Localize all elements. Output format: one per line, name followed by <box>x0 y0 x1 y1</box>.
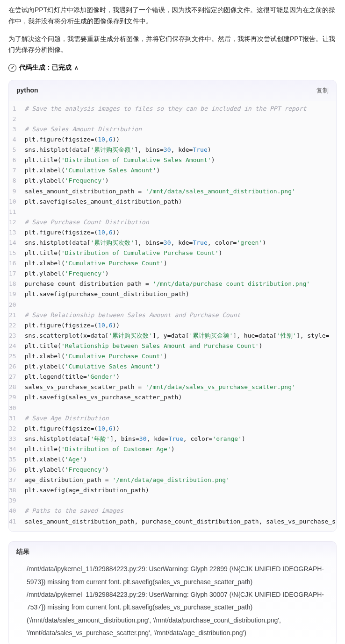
code-line: 2 <box>9 114 336 124</box>
code-content: age_distribution_path = '/mnt/data/age_d… <box>25 475 336 485</box>
code-line: 40# Paths to the saved images <box>9 506 336 516</box>
line-number: 30 <box>9 403 25 413</box>
code-line: 38plt.savefig(age_distribution_path) <box>9 485 336 495</box>
code-line: 17plt.ylabel('Frequency') <box>9 269 336 279</box>
code-content <box>25 403 336 413</box>
line-number: 10 <box>9 197 25 207</box>
code-content: plt.ylabel('Frequency') <box>25 176 336 186</box>
line-number: 1 <box>9 104 25 114</box>
code-line: 31# Save Age Distribution <box>9 413 336 424</box>
check-circle-icon: ✓ <box>8 64 16 72</box>
code-line: 6plt.title('Distribution of Cumulative S… <box>9 155 336 165</box>
code-line: 19plt.savefig(purchase_count_distributio… <box>9 289 336 299</box>
result-card: 结果 /mnt/data/ipykernel_11/929884223.py:2… <box>8 541 337 644</box>
line-number: 19 <box>9 289 25 299</box>
code-content: plt.savefig(age_distribution_path) <box>25 485 336 495</box>
code-content: # Save Purchase Count Distribution <box>25 217 336 227</box>
line-number: 29 <box>9 392 25 403</box>
line-number: 7 <box>9 165 25 176</box>
code-content: plt.title('Distribution of Cumulative Pu… <box>25 248 336 258</box>
line-number: 32 <box>9 424 25 434</box>
line-number: 17 <box>9 269 25 279</box>
line-number: 2 <box>9 114 25 124</box>
code-content <box>25 300 336 310</box>
line-number: 13 <box>9 227 25 238</box>
code-line: 14sns.histplot(data['累计购买次数'], bins=30, … <box>9 238 336 248</box>
code-content: plt.ylabel('Frequency') <box>25 269 336 279</box>
code-content: # Save Sales Amount Distribution <box>25 124 336 134</box>
line-number: 33 <box>9 434 25 444</box>
code-line: 20 <box>9 300 336 310</box>
code-line: 35plt.xlabel('Age') <box>9 454 336 465</box>
code-content: plt.savefig(sales_vs_purchase_scatter_pa… <box>25 392 336 403</box>
code-content: sales_vs_purchase_scatter_path = '/mnt/d… <box>25 382 336 392</box>
intro-paragraph-1: 在尝试向PPT幻灯片中添加图像时，我遇到了一个错误，因为找不到指定的图像文件。这… <box>8 5 337 27</box>
code-line: 23sns.scatterplot(x=data['累计购买次数'], y=da… <box>9 331 336 341</box>
code-line: 41sales_amount_distribution_path, purcha… <box>9 517 336 527</box>
line-number: 11 <box>9 207 25 217</box>
line-number: 16 <box>9 258 25 269</box>
line-number: 24 <box>9 341 25 351</box>
code-content: plt.legend(title='Gender') <box>25 372 336 382</box>
code-line: 36plt.ylabel('Frequency') <box>9 465 336 475</box>
code-line: 32plt.figure(figsize=(10,6)) <box>9 424 336 434</box>
line-number: 35 <box>9 454 25 465</box>
line-number: 14 <box>9 238 25 248</box>
line-number: 31 <box>9 413 25 424</box>
code-line: 9sales_amount_distribution_path = '/mnt/… <box>9 186 336 197</box>
code-content: plt.xlabel('Cumulative Purchase Count') <box>25 258 336 269</box>
line-number: 20 <box>9 300 25 310</box>
code-content: sns.histplot(data['累计购买金额'], bins=30, kd… <box>25 145 336 155</box>
intro-paragraph-2: 为了解决这个问题，我需要重新生成分析图像，并将它们保存到文件中。然后，我将再次尝… <box>8 34 337 56</box>
line-number: 18 <box>9 279 25 289</box>
line-number: 34 <box>9 444 25 454</box>
line-number: 6 <box>9 155 25 165</box>
line-number: 37 <box>9 475 25 485</box>
code-line: 30 <box>9 403 336 413</box>
code-line: 22plt.figure(figsize=(10,6)) <box>9 320 336 331</box>
result-title: 结果 <box>16 546 329 558</box>
code-line: 15plt.title('Distribution of Cumulative … <box>9 248 336 258</box>
code-line: 3# Save Sales Amount Distribution <box>9 124 336 134</box>
line-number: 27 <box>9 372 25 382</box>
line-number: 9 <box>9 186 25 197</box>
code-line: 1# Save the analysis images to files so … <box>9 104 336 114</box>
code-line: 26plt.ylabel('Cumulative Sales Amount') <box>9 361 336 372</box>
code-content <box>25 207 336 217</box>
line-number: 12 <box>9 217 25 227</box>
code-content: sns.histplot(data['累计购买次数'], bins=30, kd… <box>25 238 336 248</box>
code-content: plt.figure(figsize=(10,6)) <box>25 227 336 238</box>
code-content: plt.xlabel('Cumulative Purchase Count') <box>25 351 336 361</box>
code-language-label: python <box>16 85 38 96</box>
code-line: 18purchase_count_distribution_path = '/m… <box>9 279 336 289</box>
code-content: plt.xlabel('Cumulative Sales Amount') <box>25 165 336 176</box>
line-number: 15 <box>9 248 25 258</box>
code-content: plt.title('Relationship between Sales Am… <box>25 341 336 351</box>
code-gen-status-toggle[interactable]: ✓ 代码生成：已完成 ∧ <box>8 62 337 73</box>
line-number: 4 <box>9 134 25 145</box>
line-number: 28 <box>9 382 25 392</box>
code-line: 8plt.ylabel('Frequency') <box>9 176 336 186</box>
code-content: sns.histplot(data['年龄'], bins=30, kde=Tr… <box>25 434 336 444</box>
code-line: 34plt.title('Distribution of Customer Ag… <box>9 444 336 454</box>
line-number: 8 <box>9 176 25 186</box>
code-content: plt.figure(figsize=(10,6)) <box>25 424 336 434</box>
code-line: 37age_distribution_path = '/mnt/data/age… <box>9 475 336 485</box>
code-content: # Save Relationship between Sales Amount… <box>25 310 336 320</box>
code-body[interactable]: 1# Save the analysis images to files so … <box>9 101 336 531</box>
code-content: plt.figure(figsize=(10,6)) <box>25 320 336 331</box>
code-line: 13plt.figure(figsize=(10,6)) <box>9 227 336 238</box>
code-content: sales_amount_distribution_path = '/mnt/d… <box>25 186 336 197</box>
code-content: sns.scatterplot(x=data['累计购买次数'], y=data… <box>25 331 336 341</box>
line-number: 38 <box>9 485 25 495</box>
code-line: 27plt.legend(title='Gender') <box>9 372 336 382</box>
code-content: plt.figure(figsize=(10,6)) <box>25 134 336 145</box>
line-number: 25 <box>9 351 25 361</box>
line-number: 36 <box>9 465 25 475</box>
code-line: 11 <box>9 207 336 217</box>
line-number: 5 <box>9 145 25 155</box>
copy-button[interactable]: 复制 <box>316 85 329 96</box>
line-number: 40 <box>9 506 25 516</box>
code-content: sales_amount_distribution_path, purchase… <box>25 517 336 527</box>
code-line: 7plt.xlabel('Cumulative Sales Amount') <box>9 165 336 176</box>
